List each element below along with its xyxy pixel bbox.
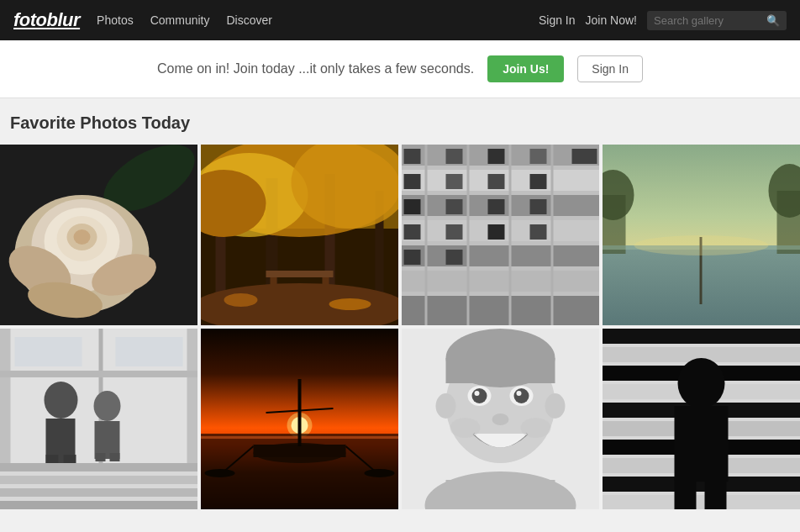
svg-rect-37: [509, 145, 512, 325]
svg-rect-46: [488, 174, 505, 189]
svg-rect-45: [446, 174, 463, 189]
svg-rect-73: [0, 329, 11, 463]
svg-point-105: [545, 393, 566, 419]
photo-item[interactable]: [0, 329, 197, 509]
svg-point-77: [45, 382, 78, 419]
join-us-button[interactable]: Join Us!: [487, 55, 564, 82]
svg-rect-23: [271, 277, 277, 294]
nav-sign-in-link[interactable]: Sign In: [539, 13, 576, 27]
svg-point-97: [205, 469, 235, 477]
section-title: Favorite Photos Today: [0, 98, 800, 145]
svg-rect-57: [446, 250, 463, 265]
svg-rect-68: [0, 463, 197, 471]
svg-rect-52: [446, 224, 463, 240]
svg-point-114: [521, 418, 551, 438]
photo-item[interactable]: [402, 329, 599, 509]
navbar: fotoblur Photos Community Discover Sign …: [0, 0, 800, 40]
nav-links: Photos Community Discover: [97, 13, 539, 27]
nav-community[interactable]: Community: [150, 13, 210, 27]
svg-rect-129: [675, 406, 729, 482]
promo-banner: Come on in! Join today ...it only takes …: [0, 40, 800, 98]
svg-point-25: [224, 293, 258, 307]
search-bar: 🔍: [647, 11, 787, 30]
svg-rect-85: [15, 337, 82, 366]
svg-rect-49: [446, 199, 463, 214]
svg-rect-33: [402, 271, 599, 292]
svg-rect-50: [488, 199, 505, 214]
svg-rect-84: [110, 453, 120, 461]
photo-item[interactable]: [201, 145, 398, 325]
svg-rect-71: [0, 501, 197, 509]
svg-rect-130: [675, 478, 697, 509]
svg-point-128: [678, 358, 725, 408]
svg-point-104: [436, 393, 456, 419]
photo-item[interactable]: [0, 145, 197, 325]
svg-rect-38: [551, 145, 554, 325]
svg-rect-103: [446, 358, 555, 383]
photo-item[interactable]: [201, 329, 398, 509]
svg-rect-80: [64, 455, 76, 463]
svg-point-109: [514, 388, 529, 403]
svg-point-110: [475, 391, 480, 396]
svg-rect-76: [0, 371, 197, 377]
photo-item[interactable]: [603, 145, 800, 325]
nav-photos[interactable]: Photos: [97, 13, 134, 27]
svg-rect-70: [0, 488, 197, 497]
svg-point-66: [634, 235, 769, 255]
svg-point-26: [329, 298, 371, 310]
nav-join-now-link[interactable]: Join Now!: [586, 13, 637, 27]
svg-point-113: [450, 418, 481, 438]
svg-rect-35: [425, 145, 428, 325]
svg-rect-47: [530, 174, 547, 189]
svg-rect-56: [404, 250, 421, 265]
site-logo[interactable]: fotoblur: [13, 9, 80, 31]
svg-rect-83: [96, 453, 106, 461]
svg-rect-127: [603, 495, 800, 509]
svg-rect-131: [705, 478, 727, 509]
svg-rect-41: [488, 149, 505, 164]
svg-rect-43: [572, 149, 597, 164]
svg-rect-55: [530, 224, 547, 240]
svg-rect-93: [254, 445, 346, 457]
svg-rect-75: [187, 329, 198, 463]
svg-point-7: [74, 229, 91, 245]
svg-rect-34: [402, 296, 599, 325]
svg-point-81: [94, 391, 121, 421]
svg-rect-86: [116, 337, 183, 366]
svg-rect-116: [446, 480, 555, 509]
banner-sign-in-button[interactable]: Sign In: [577, 55, 643, 82]
svg-rect-40: [446, 149, 463, 164]
search-icon: 🔍: [766, 14, 780, 27]
svg-rect-39: [404, 149, 421, 164]
svg-rect-118: [603, 329, 800, 344]
svg-rect-69: [0, 476, 197, 484]
svg-rect-51: [404, 224, 421, 240]
svg-point-112: [492, 413, 509, 425]
svg-point-108: [472, 388, 487, 403]
svg-rect-36: [467, 145, 470, 325]
svg-rect-54: [530, 199, 547, 214]
nav-right: Sign In Join Now! 🔍: [539, 11, 787, 30]
svg-rect-48: [404, 199, 421, 214]
photo-item[interactable]: [402, 145, 599, 325]
banner-text: Come on in! Join today ...it only takes …: [157, 61, 474, 76]
svg-rect-24: [323, 277, 329, 294]
svg-point-98: [365, 469, 395, 477]
svg-rect-94: [298, 379, 302, 446]
nav-discover[interactable]: Discover: [226, 13, 271, 27]
svg-rect-44: [404, 174, 421, 189]
svg-rect-32: [402, 245, 599, 266]
svg-rect-53: [488, 224, 505, 240]
svg-point-111: [517, 391, 522, 396]
svg-rect-22: [266, 271, 334, 277]
photo-grid: [0, 145, 800, 513]
search-input[interactable]: [654, 14, 763, 27]
svg-rect-79: [46, 455, 59, 463]
photo-item[interactable]: [603, 329, 800, 509]
svg-rect-42: [530, 149, 547, 164]
